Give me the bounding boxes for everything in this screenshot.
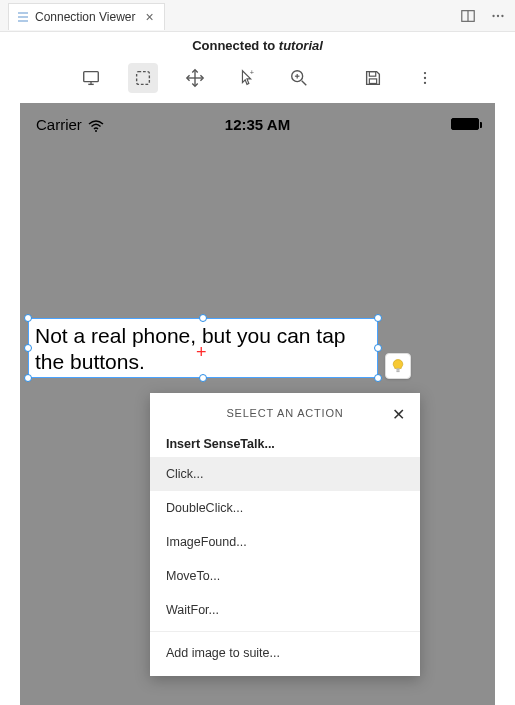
- action-popup: SELECT AN ACTION ✕ Insert SenseTalk... C…: [150, 393, 420, 676]
- connected-target: tutorial: [279, 38, 323, 53]
- titlebar: Connection Viewer ×: [0, 0, 515, 32]
- close-icon[interactable]: ×: [146, 9, 154, 25]
- device-viewport[interactable]: Carrier 12:35 AM Not a real phone, but y…: [20, 103, 495, 705]
- split-pane-icon[interactable]: [459, 7, 477, 25]
- action-add-image[interactable]: Add image to suite...: [150, 636, 420, 670]
- connection-status: Connected to tutorial: [0, 32, 515, 57]
- pointer-icon[interactable]: +: [232, 63, 262, 93]
- tab-label: Connection Viewer: [35, 10, 136, 24]
- svg-point-5: [492, 14, 494, 16]
- resize-handle-e[interactable]: [374, 344, 382, 352]
- monitor-icon[interactable]: [76, 63, 106, 93]
- popup-title: SELECT AN ACTION: [226, 407, 343, 419]
- connected-prefix: Connected to: [192, 38, 279, 53]
- svg-text:+: +: [249, 68, 253, 77]
- svg-point-24: [95, 130, 97, 132]
- svg-point-6: [497, 14, 499, 16]
- device-statusbar: Carrier 12:35 AM: [20, 113, 495, 135]
- popup-header: SELECT AN ACTION ✕: [150, 393, 420, 429]
- svg-rect-11: [136, 72, 149, 85]
- lightbulb-button[interactable]: [385, 353, 411, 379]
- svg-rect-20: [369, 79, 376, 84]
- resize-handle-nw[interactable]: [24, 314, 32, 322]
- resize-handle-n[interactable]: [199, 314, 207, 322]
- action-imagefound[interactable]: ImageFound...: [150, 525, 420, 559]
- save-icon[interactable]: [358, 63, 388, 93]
- action-moveto[interactable]: MoveTo...: [150, 559, 420, 593]
- svg-point-21: [423, 72, 425, 74]
- carrier-label: Carrier: [36, 116, 82, 133]
- resize-handle-ne[interactable]: [374, 314, 382, 322]
- action-click[interactable]: Click...: [150, 457, 420, 491]
- action-waitfor[interactable]: WaitFor...: [150, 593, 420, 627]
- popup-section-label: Insert SenseTalk...: [150, 429, 420, 457]
- resize-handle-s[interactable]: [199, 374, 207, 382]
- zoom-icon[interactable]: [284, 63, 314, 93]
- svg-line-16: [301, 81, 306, 86]
- list-icon: [17, 11, 29, 23]
- svg-point-7: [501, 14, 503, 16]
- clock: 12:35 AM: [225, 116, 290, 133]
- resize-handle-sw[interactable]: [24, 374, 32, 382]
- svg-rect-25: [396, 368, 399, 370]
- more-vertical-icon[interactable]: [410, 63, 440, 93]
- popup-close-icon[interactable]: ✕: [392, 405, 406, 424]
- toolbar: +: [0, 57, 515, 103]
- tab-connection-viewer[interactable]: Connection Viewer ×: [8, 3, 165, 30]
- svg-point-22: [423, 77, 425, 79]
- resize-handle-w[interactable]: [24, 344, 32, 352]
- wifi-icon: [88, 118, 104, 130]
- more-icon[interactable]: [489, 7, 507, 25]
- battery-icon: [451, 118, 479, 130]
- titlebar-right: [459, 7, 507, 25]
- menu-separator: [150, 631, 420, 632]
- svg-rect-8: [83, 72, 98, 82]
- action-doubleclick[interactable]: DoubleClick...: [150, 491, 420, 525]
- svg-point-23: [423, 82, 425, 84]
- selection-tool-icon[interactable]: [128, 63, 158, 93]
- move-icon[interactable]: [180, 63, 210, 93]
- resize-handle-se[interactable]: [374, 374, 382, 382]
